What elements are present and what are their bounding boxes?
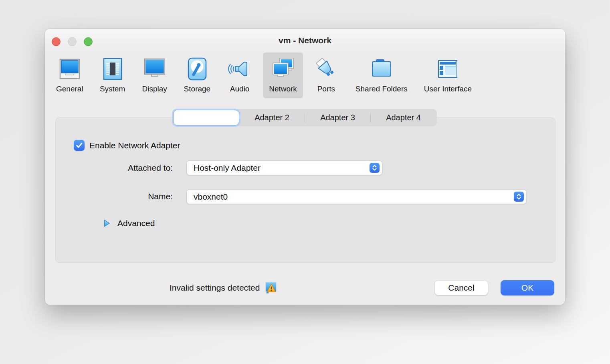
name-label: Name: — [56, 192, 173, 201]
user-interface-icon — [435, 56, 461, 82]
chevron-up-down-icon — [514, 192, 524, 202]
enable-network-adapter-label: Enable Network Adapter — [89, 141, 180, 150]
enable-network-adapter-checkbox[interactable] — [74, 140, 85, 151]
attached-to-select[interactable]: Host-only Adapter — [186, 160, 382, 175]
status-row: Invalid settings detected — [170, 280, 277, 295]
adapter-name-value: vboxnet0 — [194, 192, 514, 202]
toolbar-item-general[interactable]: General — [50, 53, 89, 98]
toolbar-label: Audio — [230, 85, 250, 93]
toolbar-label: Storage — [184, 85, 211, 93]
toolbar-label: General — [56, 85, 83, 93]
toolbar-item-system[interactable]: System — [94, 53, 131, 98]
toolbar-label: Ports — [317, 85, 335, 93]
toolbar-item-shared-folders[interactable]: Shared Folders — [349, 53, 414, 98]
tab-adapter-3[interactable]: Adapter 3 — [305, 110, 370, 125]
ok-button[interactable]: OK — [501, 280, 554, 295]
tab-label: Adapter 3 — [320, 113, 355, 122]
toolbar-label: Network — [269, 85, 297, 93]
settings-toolbar: General System — [50, 53, 560, 98]
attached-to-value: Host-only Adapter — [194, 163, 370, 173]
network-monitors-icon — [270, 56, 296, 82]
tab-label: Adapter 2 — [255, 113, 289, 122]
title-bar: vm - Network — [45, 29, 565, 52]
toolbar-item-display[interactable]: Display — [136, 53, 174, 98]
checkmark-icon — [74, 140, 85, 151]
settings-dialog-window: vm - Network General — [45, 29, 565, 305]
audio-speaker-icon — [227, 56, 252, 82]
toolbar-item-ports[interactable]: Ports — [307, 53, 345, 98]
window-title: vm - Network — [45, 29, 565, 52]
tab-adapter-4[interactable]: Adapter 4 — [371, 110, 436, 125]
toolbar-label: System — [100, 85, 125, 93]
shared-folder-icon — [369, 56, 394, 82]
tab-adapter-2[interactable]: Adapter 2 — [239, 110, 305, 125]
network-adapter-panel: Enable Network Adapter Attached to: Host… — [55, 117, 555, 263]
advanced-disclosure[interactable]: Advanced — [103, 218, 155, 228]
general-monitor-icon — [57, 56, 83, 82]
attached-to-label: Attached to: — [56, 163, 173, 173]
storage-disk-icon — [184, 56, 210, 82]
ports-plug-icon — [313, 56, 339, 82]
adapter-tab-bar: Adapter 2 Adapter 3 Adapter 4 — [172, 109, 437, 126]
display-monitor-icon — [142, 56, 168, 82]
advanced-label: Advanced — [117, 218, 155, 228]
ok-button-label: OK — [521, 283, 533, 293]
toolbar-item-user-interface[interactable]: User Interface — [418, 53, 478, 98]
adapter-name-select[interactable]: vboxnet0 — [186, 189, 527, 204]
cancel-button-label: Cancel — [448, 283, 474, 293]
disclosure-triangle-icon — [103, 219, 111, 228]
toolbar-item-network[interactable]: Network — [263, 53, 303, 98]
warning-icon — [265, 281, 277, 294]
cancel-button[interactable]: Cancel — [434, 280, 488, 295]
chevron-up-down-icon — [370, 163, 380, 173]
invalid-settings-text: Invalid settings detected — [170, 283, 260, 293]
toolbar-label: Display — [142, 85, 167, 93]
tab-label: Adapter 4 — [386, 113, 421, 122]
toolbar-label: User Interface — [424, 85, 472, 93]
toolbar-item-audio[interactable]: Audio — [221, 53, 259, 98]
toolbar-item-storage[interactable]: Storage — [178, 53, 217, 98]
tab-adapter-1[interactable] — [173, 110, 239, 125]
toolbar-label: Shared Folders — [355, 85, 408, 93]
system-chip-icon — [100, 56, 125, 82]
